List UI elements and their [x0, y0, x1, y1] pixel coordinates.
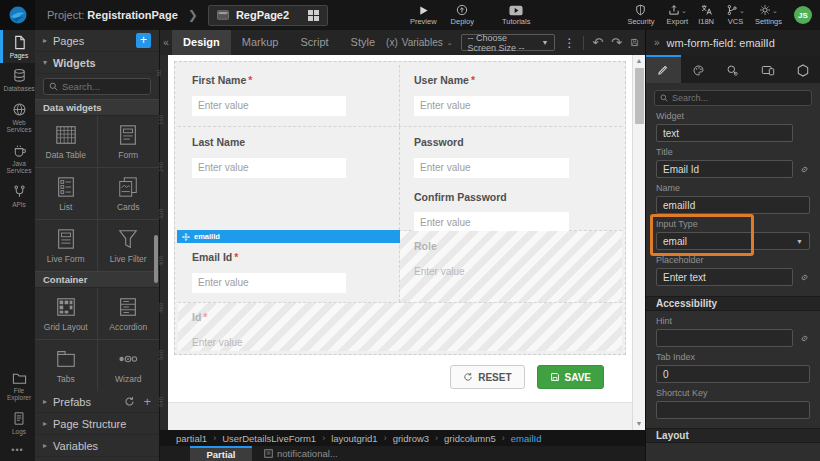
- link-icon[interactable]: [799, 333, 810, 344]
- grid-view-icon[interactable]: [308, 10, 319, 21]
- tab-notificational[interactable]: notificational...: [252, 446, 350, 461]
- vcs-button[interactable]: ⌄ VCS: [726, 4, 745, 26]
- export-button[interactable]: ⌄ Export: [666, 4, 688, 26]
- breadcrumb-gridcolumn5[interactable]: gridcolumn5: [444, 433, 496, 444]
- tab-markup[interactable]: Markup: [231, 30, 290, 55]
- prefabs-section-header[interactable]: ▸ Prefabs +: [35, 391, 159, 413]
- property-search[interactable]: [654, 90, 812, 106]
- preview-button[interactable]: Preview: [410, 5, 437, 26]
- security-button[interactable]: Security: [627, 4, 654, 26]
- tab-index-input[interactable]: [656, 365, 810, 383]
- tab-style[interactable]: Style: [340, 30, 386, 55]
- tab-design[interactable]: Design: [172, 30, 231, 55]
- link-icon[interactable]: [799, 272, 810, 283]
- reset-button[interactable]: RESET: [450, 365, 524, 389]
- field-role-disabled[interactable]: Role Enter value: [400, 231, 622, 302]
- widget-form[interactable]: Form: [98, 116, 160, 167]
- confirm-password-input[interactable]: [414, 212, 569, 232]
- tab-security[interactable]: [785, 55, 820, 83]
- breadcrumb-emailid[interactable]: emailId: [511, 433, 542, 444]
- rail-item-web-services[interactable]: Web Services: [0, 97, 35, 138]
- widget-live-filter[interactable]: Live Filter: [98, 220, 160, 271]
- tab-script[interactable]: Script: [289, 30, 339, 55]
- field-email-selected[interactable]: emailId Email Id*: [178, 231, 400, 302]
- hint-value-input[interactable]: [656, 329, 793, 347]
- widget-search-input[interactable]: [62, 81, 145, 92]
- breadcrumb-gridrow3[interactable]: gridrow3: [393, 433, 429, 444]
- widget-data-table[interactable]: Data Table: [35, 116, 97, 167]
- breadcrumb-layoutgrid1[interactable]: layoutgrid1: [331, 433, 377, 444]
- undo-icon[interactable]: ↶: [592, 36, 603, 49]
- canvas-scrollbar[interactable]: ▲ ▼: [632, 55, 645, 430]
- placeholder-value-input[interactable]: [656, 268, 793, 286]
- breadcrumb-userdetailsliveform1[interactable]: UserDetailsLiveForm1: [222, 433, 316, 444]
- widget-value-input[interactable]: [656, 124, 793, 142]
- selected-widget-bar[interactable]: emailId: [177, 230, 400, 243]
- scrollbar-thumb[interactable]: [635, 68, 644, 124]
- email-input[interactable]: [192, 273, 346, 293]
- rail-item-file-explorer[interactable]: File Explorer: [0, 366, 35, 406]
- screen-size-select[interactable]: -- Choose Screen Size -- ▼: [461, 34, 556, 51]
- kebab-menu-icon[interactable]: ⋮: [563, 36, 575, 50]
- shortcut-key-input[interactable]: [656, 401, 810, 419]
- page-structure-section-header[interactable]: ▸ Page Structure: [35, 413, 159, 435]
- link-icon[interactable]: [799, 164, 810, 175]
- widget-tabs[interactable]: Tabs: [35, 340, 97, 391]
- rail-item-databases[interactable]: Databases: [0, 63, 35, 96]
- input-type-select[interactable]: email ▼: [656, 232, 810, 250]
- rail-item-java-services[interactable]: Java Services: [0, 138, 35, 179]
- field-password-group[interactable]: Password Confirm Password: [400, 127, 622, 230]
- tab-properties[interactable]: [646, 55, 681, 83]
- layout-section-header[interactable]: Layout: [646, 428, 820, 443]
- tab-partial[interactable]: Partial: [190, 446, 252, 461]
- field-last-name[interactable]: Last Name: [178, 127, 400, 230]
- widget-grid-layout[interactable]: Grid Layout: [35, 288, 97, 339]
- rail-item-apis[interactable]: APIs: [0, 179, 35, 212]
- expand-right-icon[interactable]: »: [654, 37, 660, 48]
- rail-item-pages[interactable]: Pages: [0, 30, 35, 63]
- page-tab-regpage2[interactable]: RegPage2: [208, 5, 328, 26]
- field-id-disabled[interactable]: Id* Enter value: [178, 303, 622, 351]
- field-user-name[interactable]: User Name*: [400, 65, 622, 126]
- password-input[interactable]: [414, 158, 569, 178]
- scroll-up-icon[interactable]: ▲: [636, 55, 643, 67]
- widget-accordion[interactable]: Accordion: [98, 288, 160, 339]
- widgets-section-header[interactable]: ▾ Widgets: [35, 52, 159, 74]
- collapse-left-icon[interactable]: «: [160, 37, 172, 48]
- save-icon[interactable]: [630, 36, 639, 49]
- widget-cards[interactable]: Cards: [98, 168, 160, 219]
- accessibility-section-header[interactable]: Accessibility: [646, 296, 820, 311]
- deploy-button[interactable]: Deploy: [451, 4, 474, 26]
- name-value-input[interactable]: [656, 196, 810, 214]
- tab-devices[interactable]: [750, 55, 785, 83]
- variables-section-header[interactable]: ▸ Variables: [35, 435, 159, 457]
- redo-icon[interactable]: ↷: [611, 36, 622, 49]
- tab-inspect[interactable]: [716, 55, 751, 83]
- add-prefab-button[interactable]: +: [143, 395, 151, 408]
- tab-styles[interactable]: [681, 55, 716, 83]
- rail-item-logs[interactable]: Logs: [0, 406, 35, 439]
- property-search-input[interactable]: [672, 93, 806, 103]
- add-page-button[interactable]: +: [136, 33, 151, 48]
- widget-search[interactable]: [43, 78, 151, 95]
- field-first-name[interactable]: First Name*: [178, 65, 400, 126]
- first-name-input[interactable]: [192, 96, 346, 116]
- user-name-input[interactable]: [414, 96, 569, 116]
- rail-more-button[interactable]: •••: [0, 439, 35, 461]
- live-form[interactable]: First Name* User Name* Last Name: [174, 61, 626, 355]
- refresh-icon[interactable]: [124, 396, 135, 407]
- breadcrumb-partial1[interactable]: partial1: [176, 433, 207, 444]
- title-value-input[interactable]: [656, 160, 793, 178]
- app-logo[interactable]: [0, 0, 35, 30]
- widget-list[interactable]: List: [35, 168, 97, 219]
- user-avatar[interactable]: JS: [794, 6, 812, 24]
- settings-button[interactable]: ⌄ Settings: [755, 4, 782, 26]
- save-form-button[interactable]: SAVE: [537, 365, 605, 389]
- design-canvas[interactable]: First Name* User Name* Last Name: [168, 55, 632, 430]
- scroll-down-icon[interactable]: ▼: [636, 418, 643, 430]
- widget-live-form[interactable]: Live Form: [35, 220, 97, 271]
- variables-dropdown[interactable]: (x) Variables ⌄: [386, 37, 453, 48]
- tutorials-button[interactable]: Tutorials: [502, 5, 530, 26]
- project-name[interactable]: Project: RegistrationPage: [47, 9, 178, 21]
- widget-wizard[interactable]: Wizard: [98, 340, 160, 391]
